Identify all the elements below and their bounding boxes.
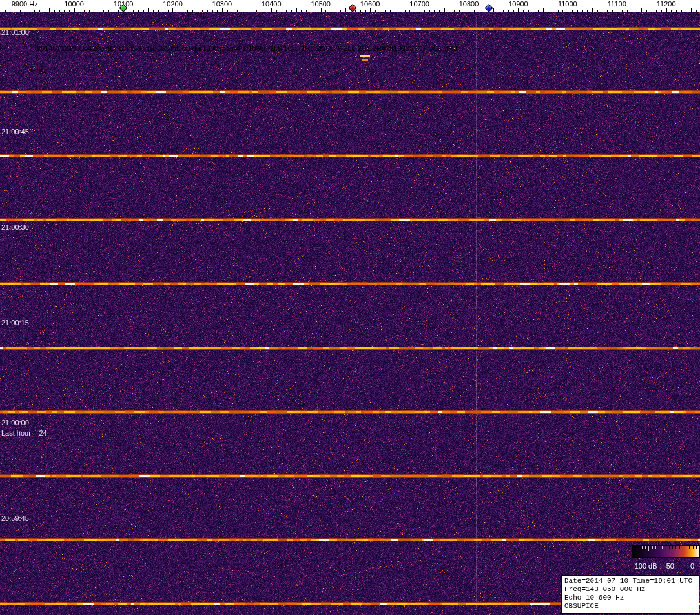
freq-tick-label: 10000 — [64, 0, 84, 8]
info-frequency: Freq=143 050 000 Hz — [564, 585, 699, 594]
freq-tick-label: 10900 — [508, 0, 528, 8]
freq-tick-label: 10400 — [262, 0, 282, 8]
freq-tick-label: 11100 — [608, 0, 626, 8]
freq-tick-label: 10600 — [360, 0, 380, 8]
info-observatory: OBSUPICE — [564, 602, 699, 610]
freq-tick-label: 10500 — [311, 0, 331, 8]
info-echo-frequency: Echo=10 600 Hz — [564, 594, 699, 602]
frequency-ruler: 9900 Hz100001010010200103001040010500106… — [0, 0, 700, 12]
info-date-time: Date=2014-07-10 Time=19:01 UTC — [564, 577, 699, 585]
meteor-spectrogram-app: 9900 Hz100001010010200103001040010500106… — [0, 0, 700, 615]
freq-tick-label: 11000 — [558, 0, 577, 8]
info-panel: Date=2014-07-10 Time=19:01 UTC Freq=143 … — [561, 575, 699, 614]
db-scale-gradient — [632, 545, 700, 558]
db-max-label: 0 — [690, 562, 694, 570]
freq-tick-label: 10300 — [212, 0, 232, 8]
db-mid-label: -50 — [664, 562, 674, 570]
freq-tick-label: 10800 — [459, 0, 479, 8]
freq-tick-label: 11200 — [657, 0, 676, 8]
freq-tick-label: 10200 — [163, 0, 183, 8]
freq-tick-label: 9900 Hz — [12, 0, 38, 8]
db-min-label: -100 dB — [632, 562, 657, 570]
spectrogram-canvas — [0, 12, 700, 615]
freq-tick-label: 10700 — [409, 0, 429, 8]
